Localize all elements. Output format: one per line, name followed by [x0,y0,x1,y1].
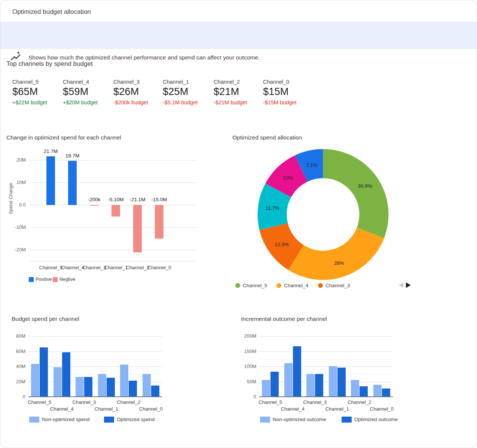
bar-non-optimized-Channel_1[interactable] [329,366,337,397]
incremental-outcome-chart: 050M100M150M200MChannel_5Channel_4Channe… [0,0,477,448]
x-axis-category-label: Channel_4 [276,406,309,412]
gridline-minor [259,344,393,344]
gridline-minor [259,359,393,359]
legend-swatch-non-optimized-outcome [260,417,270,423]
bar-non-optimized-Channel_0[interactable] [373,385,382,397]
gridline [259,336,393,337]
x-axis-category-label: Channel_3 [298,399,332,405]
y-axis-tick-label: 100M [238,363,256,369]
legend-item-label: Non-optimized outcome [273,417,326,422]
bar-non-optimized-Channel_3[interactable] [306,374,315,397]
x-axis-category-label: Channel_0 [365,406,398,412]
bar-optimized-Channel_0[interactable] [382,389,390,397]
y-axis-tick-label: 150M [238,349,256,354]
bar-optimized-Channel_3[interactable] [315,374,323,397]
gridline [259,352,393,352]
bar-non-optimized-Channel_4[interactable] [284,363,293,397]
gridline [259,382,393,382]
y-axis-tick-label: 200M [238,333,256,339]
bar-non-optimized-Channel_2[interactable] [351,380,359,397]
x-axis-category-label: Channel_1 [320,406,354,412]
bar-non-optimized-Channel_5[interactable] [262,380,270,397]
gridline-minor [259,389,393,390]
x-axis-line [259,396,393,397]
gridline [259,366,393,367]
legend-swatch-optimized-outcome [342,417,352,423]
optimized-budget-allocation-card: Optimized budget allocation Shows how mu… [0,0,477,448]
bar-optimized-Channel_4[interactable] [293,346,301,397]
y-axis-tick-label: 50M [238,379,256,384]
legend-item-label: Optimized outcome [354,417,398,422]
y-axis-tick-label: 0 [238,394,256,399]
x-axis-category-label: Channel_2 [343,399,376,405]
gridline-minor [259,374,393,374]
bar-optimized-Channel_2[interactable] [360,386,368,397]
bar-optimized-Channel_1[interactable] [337,368,346,397]
x-axis-category-label: Channel_5 [254,399,287,405]
bar-optimized-Channel_5[interactable] [270,372,279,397]
